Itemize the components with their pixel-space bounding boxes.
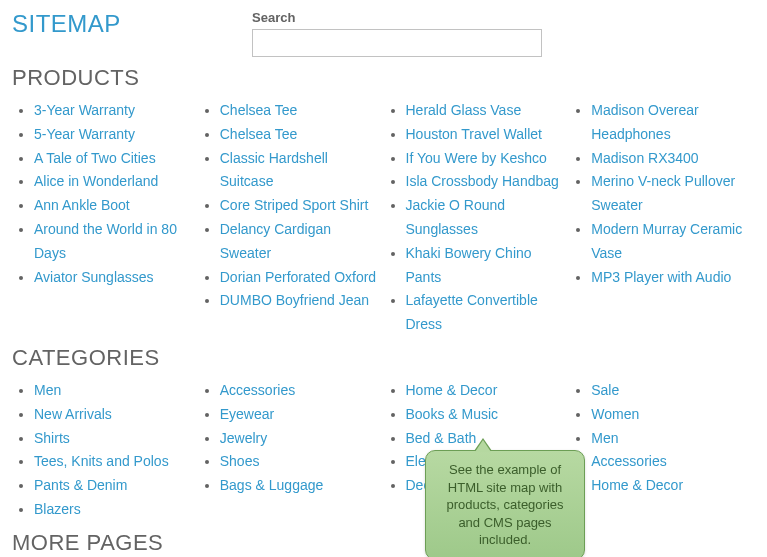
sitemap-link[interactable]: Accessories [591, 453, 666, 469]
list-item: Shoes [220, 450, 384, 474]
sitemap-link[interactable]: Women [591, 406, 639, 422]
products-heading: PRODUCTS [12, 65, 755, 91]
sitemap-link[interactable]: MP3 Player with Audio [591, 269, 731, 285]
list-item: Aviator Sunglasses [34, 266, 198, 290]
sitemap-link[interactable]: Jewelry [220, 430, 267, 446]
sitemap-link[interactable]: If You Were by Keshco [406, 150, 547, 166]
list-item: Madison RX3400 [591, 147, 755, 171]
list-item: Chelsea Tee [220, 99, 384, 123]
list-item: Jewelry [220, 427, 384, 451]
list-item: Books & Music [406, 403, 570, 427]
sitemap-link[interactable]: Blazers [34, 501, 81, 517]
categories-heading: CATEGORIES [12, 345, 755, 371]
list-item: Men [591, 427, 755, 451]
list-item: Isla Crossbody Handbag [406, 170, 570, 194]
list-item: Dorian Perforated Oxford [220, 266, 384, 290]
sitemap-link[interactable]: Shirts [34, 430, 70, 446]
sitemap-link[interactable]: New Arrivals [34, 406, 112, 422]
list-item: Alice in Wonderland [34, 170, 198, 194]
list-item: Herald Glass Vase [406, 99, 570, 123]
list-item: Shirts [34, 427, 198, 451]
sitemap-link[interactable]: Jackie O Round Sunglasses [406, 197, 506, 237]
list-item: Modern Murray Ceramic Vase [591, 218, 755, 266]
list-item: Ann Ankle Boot [34, 194, 198, 218]
sitemap-link[interactable]: A Tale of Two Cities [34, 150, 156, 166]
list-item: Lafayette Convertible Dress [406, 289, 570, 337]
sitemap-link[interactable]: Madison Overear Headphones [591, 102, 698, 142]
list-item: Pants & Denim [34, 474, 198, 498]
list-item: Jackie O Round Sunglasses [406, 194, 570, 242]
list-item: Home & Decor [406, 379, 570, 403]
sitemap-link[interactable]: Core Striped Sport Shirt [220, 197, 369, 213]
list-item: Accessories [220, 379, 384, 403]
sitemap-link[interactable]: Bed & Bath [406, 430, 477, 446]
list-item: Eyewear [220, 403, 384, 427]
sitemap-link[interactable]: Books & Music [406, 406, 499, 422]
list-item: Delancy Cardigan Sweater [220, 218, 384, 266]
info-callout: See the example of HTML site map with pr… [425, 450, 585, 557]
sitemap-link[interactable]: Chelsea Tee [220, 102, 298, 118]
list-item: DUMBO Boyfriend Jean [220, 289, 384, 313]
sitemap-link[interactable]: Around the World in 80 Days [34, 221, 177, 261]
list-item: Classic Hardshell Suitcase [220, 147, 384, 195]
list-item: 3-Year Warranty [34, 99, 198, 123]
search-label: Search [252, 10, 755, 25]
list-item: Khaki Bowery Chino Pants [406, 242, 570, 290]
search-input[interactable] [252, 29, 542, 57]
list-item: 5-Year Warranty [34, 123, 198, 147]
sitemap-link[interactable]: Home & Decor [591, 477, 683, 493]
list-item: Men [34, 379, 198, 403]
sitemap-link[interactable]: Home & Decor [406, 382, 498, 398]
list-item: Accessories [591, 450, 755, 474]
page-title: SITEMAP [12, 10, 252, 38]
list-item: New Arrivals [34, 403, 198, 427]
list-item: Sale [591, 379, 755, 403]
sitemap-link[interactable]: Alice in Wonderland [34, 173, 158, 189]
list-item: MP3 Player with Audio [591, 266, 755, 290]
sitemap-link[interactable]: Men [591, 430, 618, 446]
sitemap-link[interactable]: Madison RX3400 [591, 150, 698, 166]
sitemap-link[interactable]: Herald Glass Vase [406, 102, 522, 118]
sitemap-link[interactable]: 3-Year Warranty [34, 102, 135, 118]
sitemap-link[interactable]: Khaki Bowery Chino Pants [406, 245, 532, 285]
list-item: Blazers [34, 498, 198, 522]
list-item: Houston Travel Wallet [406, 123, 570, 147]
sitemap-link[interactable]: 5-Year Warranty [34, 126, 135, 142]
sitemap-link[interactable]: Merino V-neck Pullover Sweater [591, 173, 735, 213]
sitemap-link[interactable]: Tees, Knits and Polos [34, 453, 169, 469]
sitemap-link[interactable]: Eyewear [220, 406, 274, 422]
sitemap-link[interactable]: Pants & Denim [34, 477, 127, 493]
list-item: Home & Decor [591, 474, 755, 498]
list-item: Women [591, 403, 755, 427]
list-item: Core Striped Sport Shirt [220, 194, 384, 218]
sitemap-link[interactable]: Isla Crossbody Handbag [406, 173, 559, 189]
sitemap-link[interactable]: Dorian Perforated Oxford [220, 269, 376, 285]
sitemap-link[interactable]: Ann Ankle Boot [34, 197, 130, 213]
list-item: If You Were by Keshco [406, 147, 570, 171]
sitemap-link[interactable]: Chelsea Tee [220, 126, 298, 142]
list-item: Merino V-neck Pullover Sweater [591, 170, 755, 218]
list-item: Tees, Knits and Polos [34, 450, 198, 474]
more-pages-heading: MORE PAGES [12, 530, 755, 556]
sitemap-link[interactable]: DUMBO Boyfriend Jean [220, 292, 369, 308]
sitemap-link[interactable]: Aviator Sunglasses [34, 269, 154, 285]
categories-columns: MenNew ArrivalsShirtsTees, Knits and Pol… [12, 379, 755, 522]
sitemap-link[interactable]: Sale [591, 382, 619, 398]
sitemap-link[interactable]: Delancy Cardigan Sweater [220, 221, 331, 261]
sitemap-link[interactable]: Accessories [220, 382, 295, 398]
list-item: Bags & Luggage [220, 474, 384, 498]
list-item: Chelsea Tee [220, 123, 384, 147]
list-item: Madison Overear Headphones [591, 99, 755, 147]
sitemap-link[interactable]: Modern Murray Ceramic Vase [591, 221, 742, 261]
sitemap-link[interactable]: Bags & Luggage [220, 477, 324, 493]
products-columns: 3-Year Warranty5-Year WarrantyA Tale of … [12, 99, 755, 337]
sitemap-link[interactable]: Men [34, 382, 61, 398]
sitemap-link[interactable]: Classic Hardshell Suitcase [220, 150, 328, 190]
list-item: A Tale of Two Cities [34, 147, 198, 171]
sitemap-link[interactable]: Shoes [220, 453, 260, 469]
sitemap-link[interactable]: Lafayette Convertible Dress [406, 292, 538, 332]
sitemap-link[interactable]: Houston Travel Wallet [406, 126, 542, 142]
list-item: Around the World in 80 Days [34, 218, 198, 266]
